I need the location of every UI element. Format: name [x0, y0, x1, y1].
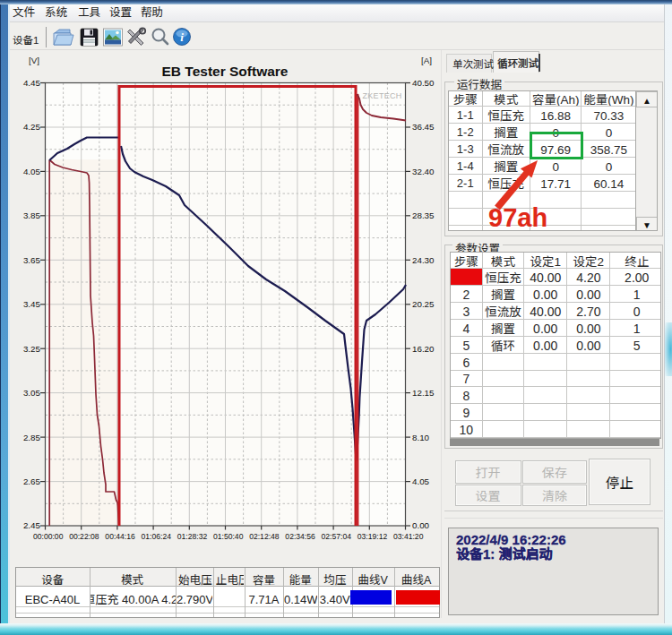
svg-text:16.20: 16.20 [412, 342, 435, 355]
svg-text:32.40: 32.40 [412, 165, 435, 177]
svg-text:02:34:56: 02:34:56 [285, 530, 315, 541]
svg-text:[A]: [A] [421, 54, 432, 66]
svg-text:4.05: 4.05 [412, 475, 430, 487]
svg-text:00:22:08: 00:22:08 [69, 530, 99, 541]
svg-text:4.45: 4.45 [23, 76, 41, 89]
svg-text:12.15: 12.15 [412, 386, 435, 399]
svg-text:i: i [180, 30, 184, 44]
svg-text:28.35: 28.35 [412, 209, 435, 221]
svg-text:3.45: 3.45 [23, 297, 41, 310]
svg-text:ZKETECH: ZKETECH [363, 90, 402, 101]
svg-text:2.85: 2.85 [23, 431, 41, 443]
svg-text:01:06:24: 01:06:24 [142, 530, 172, 541]
svg-text:01:28:32: 01:28:32 [177, 530, 208, 541]
svg-text:01:50:40: 01:50:40 [213, 530, 244, 541]
svg-text:20.25: 20.25 [412, 297, 435, 310]
svg-text:3.65: 3.65 [23, 253, 41, 266]
svg-text:3.05: 3.05 [23, 386, 41, 399]
svg-text:03:19:12: 03:19:12 [358, 530, 388, 541]
svg-text:36.45: 36.45 [412, 120, 435, 133]
svg-text:00:44:16: 00:44:16 [105, 530, 135, 541]
svg-text:[V]: [V] [29, 54, 39, 66]
svg-text:4.25: 4.25 [23, 120, 41, 133]
svg-text:02:57:04: 02:57:04 [322, 530, 352, 541]
svg-text:EB Tester Software: EB Tester Software [162, 60, 289, 80]
svg-text:3.85: 3.85 [23, 209, 41, 221]
svg-text:2.65: 2.65 [23, 475, 41, 487]
svg-text:00:00:00: 00:00:00 [33, 530, 64, 541]
svg-text:02:12:48: 02:12:48 [249, 530, 280, 541]
svg-text:24.30: 24.30 [412, 253, 435, 266]
svg-text:40.50: 40.50 [412, 76, 435, 89]
svg-text:4.05: 4.05 [23, 165, 41, 177]
svg-text:3.25: 3.25 [23, 342, 41, 355]
svg-text:03:41:20: 03:41:20 [393, 530, 424, 541]
svg-text:8.10: 8.10 [412, 431, 430, 443]
